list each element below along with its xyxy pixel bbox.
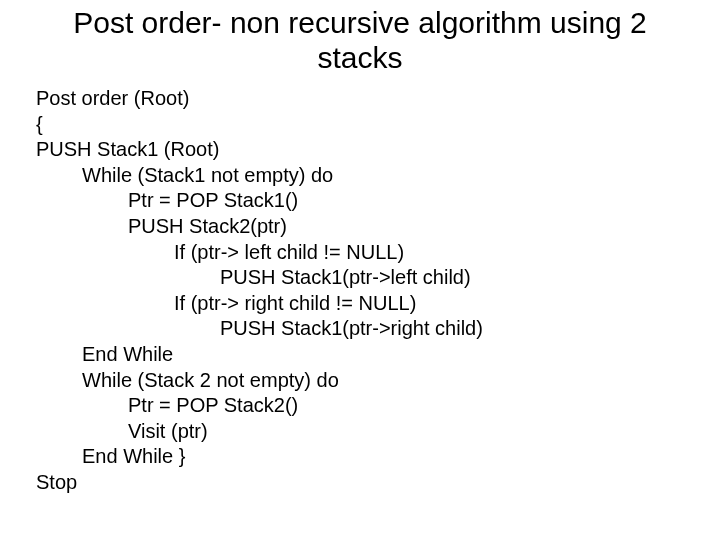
code-line: If (ptr-> right child != NULL): [36, 291, 686, 317]
code-line: PUSH Stack1(ptr->left child): [36, 265, 686, 291]
code-line: While (Stack1 not empty) do: [36, 163, 686, 189]
code-line: PUSH Stack2(ptr): [36, 214, 686, 240]
slide: Post order- non recursive algorithm usin…: [0, 0, 720, 540]
code-line: Ptr = POP Stack2(): [36, 393, 686, 419]
code-line: End While: [36, 342, 686, 368]
code-line: If (ptr-> left child != NULL): [36, 240, 686, 266]
code-line: PUSH Stack1 (Root): [36, 137, 686, 163]
code-line: Post order (Root): [36, 86, 686, 112]
code-line: {: [36, 112, 686, 138]
code-line: End While }: [36, 444, 686, 470]
code-line: Visit (ptr): [36, 419, 686, 445]
algorithm-body: Post order (Root) { PUSH Stack1 (Root) W…: [36, 86, 686, 496]
code-line: Ptr = POP Stack1(): [36, 188, 686, 214]
code-line: PUSH Stack1(ptr->right child): [36, 316, 686, 342]
code-line: While (Stack 2 not empty) do: [36, 368, 686, 394]
slide-title: Post order- non recursive algorithm usin…: [0, 6, 720, 75]
code-line: Stop: [36, 470, 686, 496]
